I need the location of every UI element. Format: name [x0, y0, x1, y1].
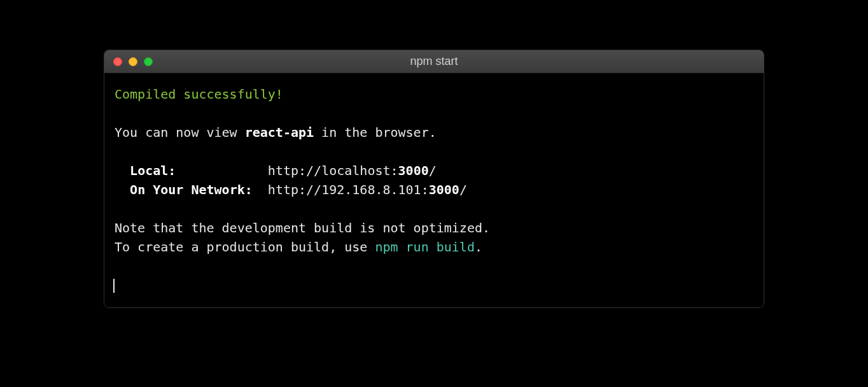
- network-label: On Your Network:: [130, 182, 253, 197]
- network-url-prefix: http://192.168.8.101:: [268, 182, 429, 197]
- network-url-suffix: /: [459, 182, 467, 197]
- prod-suffix: .: [475, 239, 482, 255]
- prod-command: npm run build: [375, 239, 475, 255]
- view-prefix: You can now view: [115, 125, 245, 140]
- status-line: Compiled successfully!: [115, 87, 283, 102]
- local-url-prefix: http://localhost:: [268, 163, 398, 178]
- terminal-window: npm start Compiled successfully! You can…: [104, 50, 764, 308]
- app-name: react-api: [245, 125, 314, 140]
- titlebar[interactable]: npm start: [104, 50, 764, 73]
- network-port: 3000: [429, 182, 459, 197]
- traffic-lights: [113, 57, 153, 66]
- local-port: 3000: [398, 163, 429, 178]
- minimize-icon[interactable]: [129, 57, 137, 66]
- terminal-output[interactable]: Compiled successfully! You can now view …: [104, 73, 764, 307]
- prod-prefix: To create a production build, use: [115, 239, 375, 255]
- close-icon[interactable]: [113, 57, 122, 66]
- local-url-suffix: /: [429, 163, 437, 178]
- window-title: npm start: [104, 55, 764, 68]
- local-label: Local:: [130, 163, 176, 178]
- note-line: Note that the development build is not o…: [115, 220, 490, 236]
- view-suffix: in the browser.: [314, 125, 437, 140]
- zoom-icon[interactable]: [144, 57, 153, 66]
- cursor-icon: [113, 279, 115, 293]
